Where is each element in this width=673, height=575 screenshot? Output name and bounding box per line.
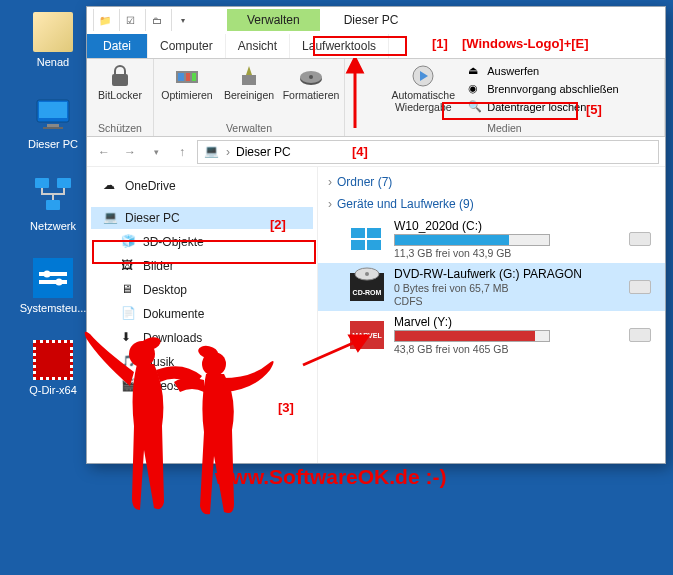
group-label: Medien <box>487 122 521 134</box>
svg-rect-17 <box>242 75 256 85</box>
svg-point-27 <box>365 272 369 276</box>
annotation-arrow-3 <box>298 330 378 370</box>
nav-3d-objects[interactable]: 🧊3D-Objekte <box>91 231 313 253</box>
desktop-icon-label: Nenad <box>37 56 69 68</box>
qat-new-folder-icon[interactable]: 🗀 <box>145 9 167 31</box>
nav-documents[interactable]: 📄Dokumente <box>91 303 313 325</box>
svg-rect-14 <box>178 73 184 81</box>
eject-icon: ⏏ <box>468 64 482 78</box>
svg-rect-15 <box>186 73 190 81</box>
optimize-button[interactable]: Optimieren <box>158 61 216 103</box>
erase-icon: 🔍 <box>468 100 482 114</box>
history-dropdown[interactable]: ▾ <box>145 141 167 163</box>
desktop-icon-control-panel[interactable]: Systemsteu... <box>18 258 88 314</box>
autoplay-button[interactable]: Automatische Wiedergabe <box>386 61 460 115</box>
cleanup-button[interactable]: Bereinigen <box>220 61 278 103</box>
format-button[interactable]: Formatieren <box>282 61 340 103</box>
svg-rect-4 <box>35 178 49 188</box>
annotation-label-4: [4] <box>352 144 368 159</box>
nav-pictures[interactable]: 🖼Bilder <box>91 255 313 277</box>
drive-tile-icon <box>629 232 651 246</box>
forward-button[interactable]: → <box>119 141 141 163</box>
content-pane: Ordner (7) Geräte und Laufwerke (9) W10_… <box>317 167 665 463</box>
svg-rect-23 <box>367 228 381 238</box>
svg-point-11 <box>56 279 63 286</box>
tab-drive-tools[interactable]: Laufwerktools <box>290 34 389 58</box>
navigation-pane: ☁OneDrive 💻Dieser PC 🧊3D-Objekte 🖼Bilder… <box>87 167 317 463</box>
address-bar[interactable]: 💻 › Dieser PC <box>197 140 659 164</box>
qat-folder-icon[interactable]: 📁 <box>93 9 115 31</box>
nav-videos[interactable]: 🎬Videos <box>91 375 313 397</box>
drive-tile-icon <box>629 328 651 342</box>
tab-view[interactable]: Ansicht <box>226 34 290 58</box>
desktop-icon-qdir[interactable]: Q-Dir-x64 <box>18 340 88 396</box>
group-folders[interactable]: Ordner (7) <box>318 171 665 193</box>
titlebar: 📁 ☑ 🗀 Verwalten Dieser PC <box>87 7 665 33</box>
annotation-label-2: [2] <box>270 217 286 232</box>
back-button[interactable]: ← <box>93 141 115 163</box>
drive-name: W10_2020d (C:) <box>394 219 619 233</box>
desktop-icon-network[interactable]: Netzwerk <box>18 176 88 232</box>
cdrom-icon: CD-ROM <box>350 273 384 301</box>
windows-drive-icon <box>350 225 384 253</box>
svg-rect-25 <box>367 240 381 250</box>
qat-dropdown-icon[interactable] <box>171 9 193 31</box>
svg-rect-7 <box>33 258 73 298</box>
address-bar-area: ← → ▾ ↑ 💻 › Dieser PC <box>87 137 665 167</box>
quick-access-toolbar: 📁 ☑ 🗀 <box>87 9 199 31</box>
group-drives[interactable]: Geräte und Laufwerke (9) <box>318 193 665 215</box>
nav-onedrive[interactable]: ☁OneDrive <box>91 175 313 197</box>
manage-context-tab: Verwalten <box>227 9 320 31</box>
ribbon-group-manage: Optimieren Bereinigen Formatieren Verwal… <box>154 59 345 136</box>
ribbon-group-protect: BitLocker Schützen <box>87 59 154 136</box>
cloud-icon: ☁ <box>103 178 119 194</box>
svg-rect-12 <box>112 74 128 86</box>
group-label: Verwalten <box>226 122 272 134</box>
svg-rect-5 <box>57 178 71 188</box>
annotation-label-5: [5] <box>586 102 602 117</box>
window-title: Dieser PC <box>344 13 399 27</box>
svg-rect-16 <box>192 73 196 81</box>
cube-icon: 🧊 <box>121 234 137 250</box>
nav-desktop[interactable]: 🖥Desktop <box>91 279 313 301</box>
drive-free-space: 43,8 GB frei von 465 GB <box>394 343 619 355</box>
ribbon-group-media: Automatische Wiedergabe ⏏Auswerfen ◉Bren… <box>345 59 665 136</box>
up-button[interactable]: ↑ <box>171 141 193 163</box>
video-icon: 🎬 <box>121 378 137 394</box>
nav-music[interactable]: 🎵Musik <box>91 351 313 373</box>
annotation-label-3: [3] <box>278 400 294 415</box>
doc-icon: 📄 <box>121 306 137 322</box>
tab-computer[interactable]: Computer <box>148 34 226 58</box>
desktop-icon-label: Systemsteu... <box>20 302 87 314</box>
capacity-bar <box>394 234 550 246</box>
desktop-icon-user[interactable]: Nenad <box>18 12 88 68</box>
drive-filesystem: CDFS <box>394 295 619 307</box>
breadcrumb-item[interactable]: Dieser PC <box>236 145 291 159</box>
bitlocker-button[interactable]: BitLocker <box>91 61 149 103</box>
drive-c[interactable]: W10_2020d (C:) 11,3 GB frei von 43,9 GB <box>318 215 665 263</box>
qat-properties-icon[interactable]: ☑ <box>119 9 141 31</box>
drive-free-space: 11,3 GB frei von 43,9 GB <box>394 247 619 259</box>
svg-rect-8 <box>39 272 67 276</box>
desktop-icon-this-pc[interactable]: Dieser PC <box>18 94 88 150</box>
pc-icon: 💻 <box>103 210 119 226</box>
svg-rect-6 <box>46 200 60 210</box>
desktop-icon-label: Netzwerk <box>30 220 76 232</box>
finish-burn-button[interactable]: ◉Brennvorgang abschließen <box>464 81 622 97</box>
desktop-icon: 🖥 <box>121 282 137 298</box>
drive-name: Marvel (Y:) <box>394 315 619 329</box>
desktop-icon-label: Dieser PC <box>28 138 78 150</box>
pc-icon: 💻 <box>204 144 220 160</box>
drive-free-space: 0 Bytes frei von 65,7 MB <box>394 282 619 294</box>
music-icon: 🎵 <box>121 354 137 370</box>
watermark: www.SoftwareOK.de :-) <box>215 465 446 489</box>
nav-downloads[interactable]: ⬇Downloads <box>91 327 313 349</box>
ribbon: BitLocker Schützen Optimieren Bereinigen… <box>87 59 665 137</box>
annotation-arrow-4 <box>340 58 370 140</box>
svg-rect-22 <box>351 228 365 238</box>
drive-g-dvd[interactable]: CD-ROM DVD-RW-Laufwerk (G:) PARAGON 0 By… <box>318 263 665 311</box>
svg-rect-3 <box>43 127 63 129</box>
svg-rect-1 <box>39 102 67 118</box>
eject-button[interactable]: ⏏Auswerfen <box>464 63 622 79</box>
tab-file[interactable]: Datei <box>87 34 148 58</box>
